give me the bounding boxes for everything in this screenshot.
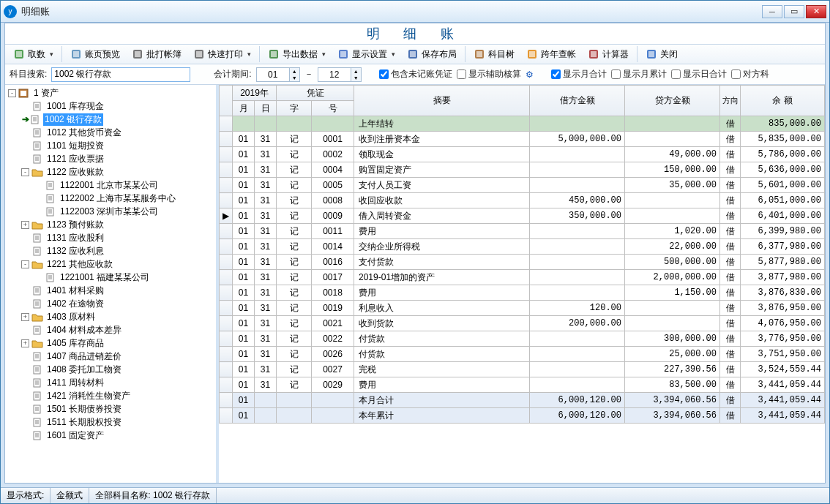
col-direction[interactable]: 方向 — [720, 86, 741, 116]
table-row[interactable]: 01 31 记 0011 费用 1,020.00 借 6,399,980.00 — [220, 224, 825, 239]
row-header[interactable] — [220, 162, 233, 178]
row-header[interactable] — [220, 255, 233, 270]
col-no[interactable]: 号 — [312, 101, 354, 116]
tree-item[interactable]: -1122 应收账款 — [5, 165, 216, 178]
table-row[interactable]: 01 31 记 0018 费用 1,150.00 借 3,876,830.00 — [220, 285, 825, 301]
account-tree-button[interactable]: 科目树 — [468, 46, 520, 63]
row-header[interactable] — [220, 408, 233, 424]
row-header[interactable] — [220, 270, 233, 285]
row-header[interactable] — [220, 132, 233, 147]
ledger-grid[interactable]: 2019年 凭证 摘要 借方金额 贷方金额 方向 余 额 月 日 — [219, 85, 825, 424]
tree-item[interactable]: 1401 材料采购 — [5, 284, 216, 297]
row-header[interactable] — [220, 178, 233, 193]
row-header[interactable] — [220, 331, 233, 347]
calculator-button[interactable]: 计算器 — [583, 46, 634, 63]
tree-item[interactable]: 1122003 深圳市某某公司 — [5, 205, 216, 218]
show-aux-checkbox[interactable]: 显示辅助核算 — [457, 68, 521, 80]
col-balance[interactable]: 余 额 — [741, 86, 825, 116]
expand-icon[interactable]: + — [21, 221, 29, 229]
down-arrow-icon[interactable]: ▼ — [289, 75, 299, 81]
table-row[interactable]: 01 31 记 0029 费用 83,500.00 借 3,441,059.44 — [220, 377, 825, 393]
col-credit[interactable]: 贷方金额 — [625, 86, 720, 116]
aux-settings-icon[interactable]: ⚙ — [526, 69, 534, 80]
collapse-icon[interactable]: - — [8, 89, 16, 97]
row-header[interactable] — [220, 239, 233, 255]
tree-item[interactable]: 1402 在途物资 — [5, 297, 216, 310]
tree-item[interactable]: 1101 短期投资 — [5, 139, 216, 152]
page-preview-button[interactable]: 账页预览 — [65, 46, 125, 63]
table-row[interactable]: 01 31 记 0016 支付货款 500,000.00 借 5,877,980… — [220, 255, 825, 270]
table-row[interactable]: 01 31 记 0021 收到货款 200,000.00 借 4,076,950… — [220, 316, 825, 331]
table-row[interactable]: 01 本月合计 6,000,120.00 3,394,060.56 借 3,44… — [220, 393, 825, 408]
col-word[interactable]: 字 — [277, 101, 312, 116]
row-header[interactable] — [220, 224, 233, 239]
table-row[interactable]: 01 31 记 0027 完税 227,390.56 借 3,524,559.4… — [220, 362, 825, 377]
col-day[interactable]: 日 — [255, 101, 277, 116]
row-header[interactable] — [220, 301, 233, 316]
tree-item[interactable]: +1403 原材料 — [5, 310, 216, 323]
tree-item[interactable]: +1405 库存商品 — [5, 336, 216, 350]
tree-item[interactable]: 1501 长期债券投资 — [5, 402, 216, 415]
table-row[interactable]: ▶ 01 31 记 0009 借入周转资金 350,000.00 借 6,401… — [220, 208, 825, 224]
minimize-button[interactable]: ─ — [762, 5, 782, 18]
include-unposted-checkbox[interactable]: 包含未记账凭证 — [379, 68, 452, 80]
row-header[interactable] — [220, 116, 233, 132]
table-row[interactable]: 01 31 记 0008 收回应收款 450,000.00 借 6,051,00… — [220, 193, 825, 208]
close-button[interactable]: 关闭 — [640, 46, 683, 63]
tree-item[interactable]: 1122001 北京市某某公司 — [5, 178, 216, 192]
table-row[interactable]: 01 31 记 0022 付货款 300,000.00 借 3,776,950.… — [220, 331, 825, 347]
collapse-icon[interactable]: - — [21, 260, 29, 268]
table-row[interactable]: 01 31 记 0002 领取现金 49,000.00 借 5,786,000.… — [220, 147, 825, 162]
tree-item[interactable]: 1408 委托加工物资 — [5, 363, 216, 376]
tree-item[interactable]: 1122002 上海市某某服务中心 — [5, 192, 216, 205]
show-month-total-checkbox[interactable]: 显示月合计 — [551, 68, 607, 80]
period-to-spinner[interactable]: ▲▼ — [318, 67, 362, 82]
row-header[interactable] — [220, 377, 233, 393]
tree-item[interactable]: 1511 长期股权投资 — [5, 415, 216, 429]
tree-item[interactable]: +1123 预付账款 — [5, 218, 216, 231]
batch-print-button[interactable]: 批打帐簿 — [127, 46, 187, 63]
period-from-spinner[interactable]: ▲▼ — [256, 67, 300, 82]
tree-item[interactable]: 1001 库存现金 — [5, 99, 216, 113]
tree-item[interactable]: 1131 应收股利 — [5, 231, 216, 244]
window-close-button[interactable]: ✕ — [806, 5, 826, 18]
maximize-button[interactable]: ▭ — [784, 5, 804, 18]
title-bar[interactable]: y 明细账 ─ ▭ ✕ — [1, 1, 829, 23]
row-header[interactable] — [220, 147, 233, 162]
show-day-total-checkbox[interactable]: 显示日合计 — [671, 68, 727, 80]
tree-item[interactable]: ➔1002 银行存款 — [5, 113, 216, 126]
tree-item[interactable]: 1407 商品进销差价 — [5, 350, 216, 363]
row-header[interactable] — [220, 316, 233, 331]
up-arrow-icon[interactable]: ▲ — [351, 68, 361, 75]
row-header[interactable] — [220, 347, 233, 362]
tree-item[interactable]: 1132 应收利息 — [5, 244, 216, 257]
row-header[interactable]: ▶ — [220, 208, 233, 224]
collapse-icon[interactable]: - — [21, 168, 29, 176]
counterpart-checkbox[interactable]: 对方科 — [731, 68, 769, 80]
tree-item[interactable]: 1404 材料成本差异 — [5, 323, 216, 336]
tree-item[interactable]: -1221 其他应收款 — [5, 257, 216, 271]
table-row[interactable]: 01 31 记 0019 利息收入 120.00 借 3,876,950.00 — [220, 301, 825, 316]
expand-icon[interactable]: + — [21, 313, 29, 321]
tree-item[interactable]: 1601 固定资产 — [5, 429, 216, 442]
export-button[interactable]: 导出数据▾ — [263, 46, 331, 63]
up-arrow-icon[interactable]: ▲ — [289, 68, 299, 75]
col-summary[interactable]: 摘要 — [354, 86, 530, 116]
col-debit[interactable]: 借方金额 — [530, 86, 625, 116]
table-row[interactable]: 01 31 记 0026 付货款 25,000.00 借 3,751,950.0… — [220, 347, 825, 362]
display-settings-button[interactable]: 显示设置▾ — [332, 46, 400, 63]
tree-item[interactable]: 1421 消耗性生物资产 — [5, 389, 216, 402]
table-row[interactable]: 01 31 记 0004 购置固定资产 150,000.00 借 5,636,0… — [220, 162, 825, 178]
col-year[interactable]: 2019年 — [233, 86, 277, 101]
quick-print-button[interactable]: 快速打印▾ — [188, 46, 256, 63]
account-search-input[interactable] — [51, 67, 190, 82]
cross-year-button[interactable]: 跨年查帐 — [521, 46, 581, 63]
tree-item[interactable]: 1121 应收票据 — [5, 152, 216, 165]
col-voucher[interactable]: 凭证 — [277, 86, 354, 101]
save-layout-button[interactable]: 保存布局 — [402, 46, 462, 63]
row-header[interactable] — [220, 362, 233, 377]
tree-item[interactable]: 1221001 福建某某公司 — [5, 271, 216, 284]
fetch-data-button[interactable]: 取数▾ — [8, 46, 59, 63]
table-row[interactable]: 01 本年累计 6,000,120.00 3,394,060.56 借 3,44… — [220, 408, 825, 424]
table-row[interactable]: 上年结转 借 835,000.00 — [220, 116, 825, 132]
